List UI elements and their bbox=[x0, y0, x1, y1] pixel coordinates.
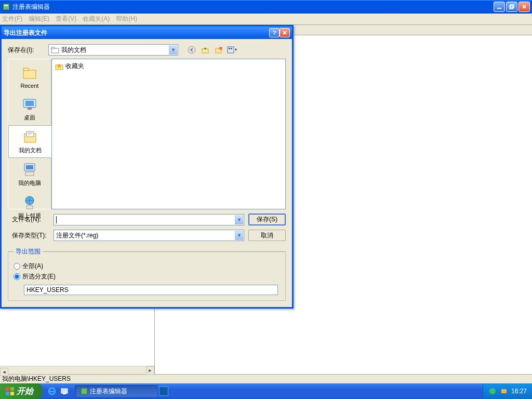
svg-rect-12 bbox=[228, 47, 234, 53]
menu-file[interactable]: 文件(F) bbox=[2, 15, 22, 23]
close-button[interactable] bbox=[518, 2, 530, 12]
up-folder-icon[interactable] bbox=[200, 45, 210, 55]
statusbar: 我的电脑\HKEY_USERS bbox=[0, 374, 532, 383]
scroll-left-icon[interactable]: ◄ bbox=[0, 368, 8, 376]
list-item[interactable]: 收藏夹 bbox=[54, 61, 283, 71]
filename-label: 文件名(N): bbox=[8, 215, 49, 224]
radio-selected-branch[interactable] bbox=[14, 273, 20, 280]
menu-edit[interactable]: 编辑(E) bbox=[29, 15, 49, 23]
desktop-icon bbox=[21, 96, 38, 113]
svg-rect-1 bbox=[4, 5, 6, 6]
restore-button[interactable] bbox=[506, 2, 517, 12]
svg-rect-28 bbox=[6, 387, 9, 391]
svg-point-11 bbox=[219, 47, 222, 50]
place-recent[interactable]: Recent bbox=[8, 61, 51, 92]
start-button[interactable]: 开始 bbox=[0, 383, 43, 399]
tray-icon-1[interactable] bbox=[488, 387, 497, 395]
folder-icon bbox=[51, 46, 59, 54]
view-menu-icon[interactable] bbox=[227, 45, 237, 55]
save-in-label: 保存在(I): bbox=[8, 46, 45, 55]
svg-rect-14 bbox=[231, 48, 232, 49]
svg-rect-33 bbox=[61, 389, 68, 393]
svg-rect-9 bbox=[202, 49, 208, 53]
export-range-legend: 导出范围 bbox=[14, 247, 43, 256]
svg-rect-35 bbox=[81, 388, 87, 394]
computer-icon bbox=[21, 162, 38, 178]
place-mycomputer[interactable]: 我的电脑 bbox=[8, 158, 51, 191]
app-titlebar[interactable]: 注册表编辑器 bbox=[0, 0, 532, 14]
export-dialog: 导出注册表文件 ? 保存在(I): 我的文档 ▼ Recent bbox=[0, 25, 294, 309]
tray-icon-2[interactable] bbox=[500, 387, 508, 395]
filetype-combo[interactable]: 注册文件(*.reg) ▼ bbox=[54, 230, 244, 241]
svg-rect-37 bbox=[501, 389, 507, 393]
menu-view[interactable]: 查看(V) bbox=[56, 15, 76, 23]
save-in-value: 我的文档 bbox=[61, 46, 86, 55]
radio-all[interactable] bbox=[14, 263, 20, 270]
dialog-title: 导出注册表文件 bbox=[4, 29, 47, 37]
windows-logo-icon bbox=[5, 387, 15, 396]
svg-rect-26 bbox=[26, 206, 33, 209]
svg-rect-34 bbox=[63, 393, 66, 394]
save-button[interactable]: 保存(S) bbox=[248, 214, 286, 225]
places-bar: Recent 桌面 我的文档 我的电脑 网上邻居 bbox=[8, 59, 51, 209]
chevron-down-icon[interactable]: ▼ bbox=[235, 231, 243, 240]
svg-rect-18 bbox=[25, 101, 34, 106]
svg-rect-0 bbox=[3, 4, 9, 10]
back-icon[interactable] bbox=[187, 45, 197, 55]
clock[interactable]: 16:27 bbox=[511, 388, 527, 395]
svg-rect-31 bbox=[10, 392, 14, 395]
filename-input[interactable]: ▼ bbox=[54, 214, 244, 225]
language-indicator[interactable] bbox=[159, 387, 168, 396]
file-list[interactable]: 收藏夹 bbox=[51, 59, 286, 209]
svg-rect-19 bbox=[28, 108, 32, 110]
place-desktop[interactable]: 桌面 bbox=[8, 92, 51, 125]
place-mydocs[interactable]: 我的文档 bbox=[8, 125, 51, 158]
system-tray: 16:27 bbox=[483, 383, 532, 399]
help-button[interactable]: ? bbox=[269, 28, 280, 37]
minimize-button[interactable] bbox=[494, 2, 505, 12]
new-folder-icon[interactable] bbox=[214, 45, 224, 55]
svg-rect-23 bbox=[26, 165, 33, 169]
svg-rect-30 bbox=[6, 392, 9, 395]
dialog-titlebar[interactable]: 导出注册表文件 ? bbox=[2, 26, 292, 39]
dialog-close-button[interactable] bbox=[280, 28, 290, 37]
app-title: 注册表编辑器 bbox=[12, 3, 50, 11]
branch-input[interactable] bbox=[24, 285, 278, 295]
mydocs-icon bbox=[22, 129, 38, 145]
folder-recent-icon bbox=[21, 65, 38, 82]
svg-rect-29 bbox=[10, 387, 14, 391]
scroll-right-icon[interactable]: ► bbox=[146, 366, 154, 375]
svg-rect-3 bbox=[497, 8, 501, 9]
svg-rect-5 bbox=[511, 5, 514, 8]
svg-rect-7 bbox=[51, 47, 55, 49]
export-range-group: 导出范围 全部(A) 所选分支(E) bbox=[8, 247, 286, 301]
status-path: 我的电脑\HKEY_USERS bbox=[2, 375, 71, 383]
menu-help[interactable]: 帮助(H) bbox=[116, 15, 137, 23]
ie-quicklaunch-icon[interactable] bbox=[47, 385, 57, 397]
svg-rect-13 bbox=[229, 48, 230, 49]
svg-rect-16 bbox=[23, 68, 29, 71]
svg-point-8 bbox=[188, 46, 195, 54]
app-icon bbox=[2, 3, 10, 11]
svg-rect-4 bbox=[510, 6, 513, 9]
chevron-down-icon[interactable]: ▼ bbox=[169, 45, 177, 55]
svg-rect-15 bbox=[23, 70, 36, 78]
svg-rect-24 bbox=[25, 172, 34, 176]
app-icon bbox=[81, 388, 88, 395]
svg-rect-2 bbox=[6, 5, 8, 6]
show-desktop-icon[interactable] bbox=[59, 385, 70, 397]
taskbar: 开始 注册表编辑器 16:27 bbox=[0, 383, 532, 399]
favorites-folder-icon bbox=[55, 62, 63, 71]
network-icon bbox=[21, 194, 38, 211]
menubar: 文件(F) 编辑(E) 查看(V) 收藏夹(A) 帮助(H) bbox=[0, 14, 532, 25]
filetype-label: 保存类型(T): bbox=[8, 231, 49, 240]
taskbar-task-regedit[interactable]: 注册表编辑器 bbox=[75, 385, 158, 397]
save-in-combo[interactable]: 我的文档 ▼ bbox=[48, 44, 178, 56]
svg-point-36 bbox=[489, 388, 496, 394]
cancel-button[interactable]: 取消 bbox=[248, 230, 286, 241]
menu-favorites[interactable]: 收藏夹(A) bbox=[83, 15, 110, 23]
chevron-down-icon[interactable]: ▼ bbox=[235, 215, 243, 224]
